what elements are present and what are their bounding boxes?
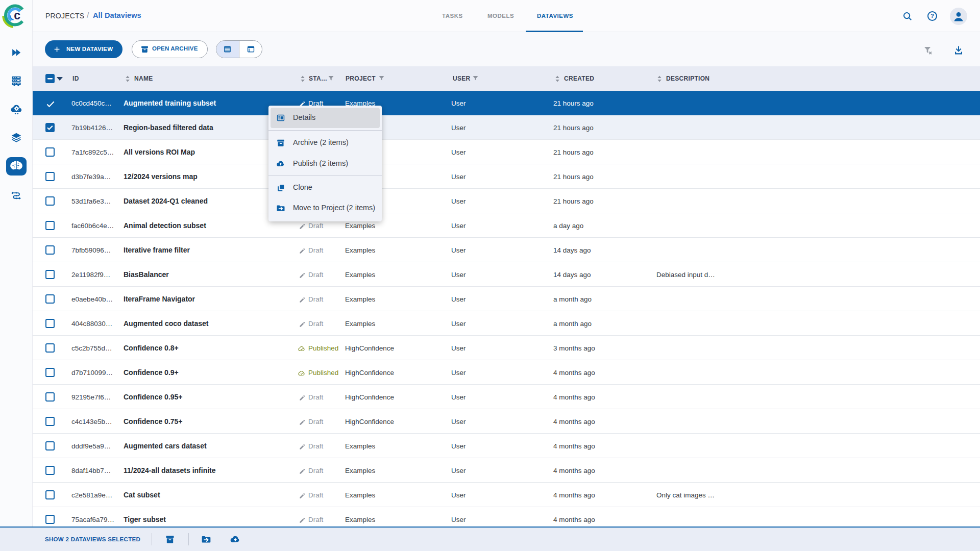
- svg-text:c: c: [14, 9, 20, 22]
